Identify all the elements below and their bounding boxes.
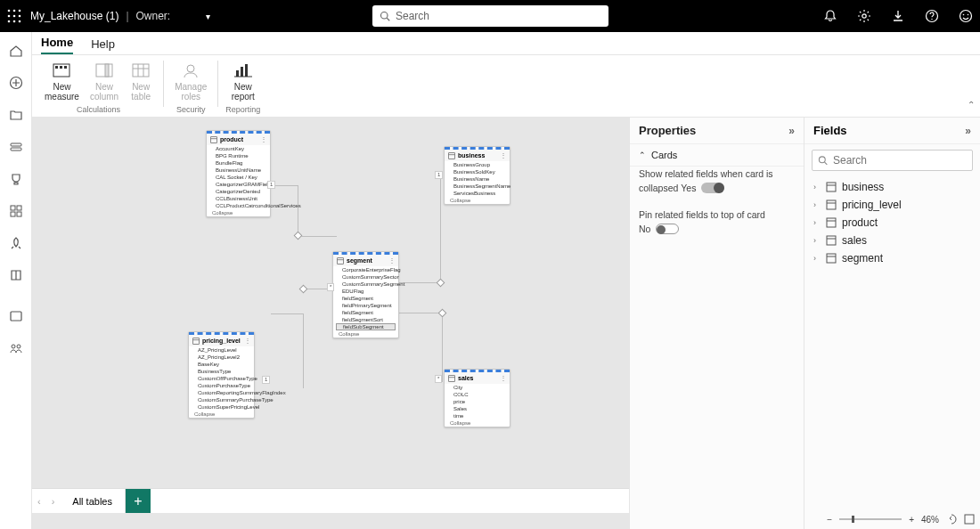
feedback-smiley-icon[interactable] xyxy=(959,9,973,23)
onelake-icon[interactable] xyxy=(8,139,24,155)
svg-rect-50 xyxy=(449,375,455,381)
svg-point-16 xyxy=(968,14,969,16)
card-collapse[interactable]: Collapse xyxy=(445,419,510,427)
add-tab-button[interactable]: + xyxy=(126,489,151,513)
svg-rect-18 xyxy=(11,143,21,146)
fields-search-input[interactable] xyxy=(833,154,967,167)
fields-title: Fields xyxy=(813,124,847,137)
svg-rect-62 xyxy=(827,254,836,263)
svg-point-6 xyxy=(8,20,11,23)
svg-rect-44 xyxy=(449,152,455,159)
workspace-title[interactable]: My_Lakehouse (1) xyxy=(30,10,118,22)
global-search[interactable]: Search xyxy=(372,5,608,27)
manage-roles-button[interactable]: Manage roles xyxy=(171,59,210,103)
zoom-out-button[interactable]: − xyxy=(827,515,832,525)
fields-item-segment[interactable]: ›segment xyxy=(804,249,980,267)
tab-nav-prev[interactable]: ‹ xyxy=(32,489,46,513)
settings-gear-icon[interactable] xyxy=(857,9,871,23)
fields-item-pricing-level[interactable]: ›pricing_level xyxy=(804,196,980,214)
properties-title: Properties xyxy=(639,124,696,137)
svg-rect-21 xyxy=(17,206,21,210)
table-card-sales[interactable]: sales⋮ City COLC price Sales time Collap… xyxy=(444,369,510,427)
card-collapse[interactable]: Collapse xyxy=(189,411,254,418)
properties-collapse-icon[interactable]: » xyxy=(788,125,795,137)
card-more-icon[interactable]: ⋮ xyxy=(244,337,250,345)
card-more-icon[interactable]: ⋮ xyxy=(500,151,506,159)
notifications-icon[interactable] xyxy=(823,9,837,23)
card-more-icon[interactable]: ⋮ xyxy=(500,374,506,382)
svg-rect-20 xyxy=(11,206,15,210)
svg-rect-46 xyxy=(338,257,344,264)
table-card-segment[interactable]: segment⋮ CorporateEnterpriseFlag CustomS… xyxy=(332,251,399,338)
show-related-toggle[interactable]: Yes xyxy=(681,183,724,193)
fields-collapse-icon[interactable]: » xyxy=(965,125,971,137)
svg-point-14 xyxy=(960,11,972,22)
table-icon xyxy=(448,375,455,382)
card-more-icon[interactable]: ⋮ xyxy=(388,256,395,264)
create-plus-icon[interactable] xyxy=(8,75,24,91)
apps-icon[interactable] xyxy=(8,203,24,219)
help-icon[interactable] xyxy=(925,9,939,23)
report-bars-icon xyxy=(232,61,255,80)
ribbon-collapse-icon[interactable]: ⌃ xyxy=(968,100,975,110)
fields-search[interactable] xyxy=(812,150,973,171)
owner-chevron-down-icon[interactable]: ▾ xyxy=(206,12,210,21)
fields-item-product[interactable]: ›product xyxy=(804,214,980,232)
zoom-in-button[interactable]: + xyxy=(909,515,914,525)
card-collapse[interactable]: Collapse xyxy=(333,330,398,338)
svg-rect-64 xyxy=(965,515,974,524)
card-more-icon[interactable]: ⋮ xyxy=(260,135,266,143)
new-report-button[interactable]: New report xyxy=(228,59,258,103)
ribbon-group-label-security: Security xyxy=(176,105,206,114)
table-card-pricing-level[interactable]: pricing_level⋮ AZ_PricingLevel AZ_Pricin… xyxy=(188,331,255,419)
svg-point-5 xyxy=(19,15,21,18)
download-icon[interactable] xyxy=(891,9,905,23)
metrics-trophy-icon[interactable] xyxy=(8,171,24,187)
workspaces-icon[interactable] xyxy=(8,308,24,324)
svg-point-3 xyxy=(8,15,11,18)
pin-related-row: Pin related fields to top of card No xyxy=(630,208,804,240)
model-canvas[interactable]: product⋮ AccountKey BPG Runtime BundleFl… xyxy=(32,118,629,529)
table-icon xyxy=(210,136,217,143)
tab-help[interactable]: Help xyxy=(91,34,115,54)
svg-rect-24 xyxy=(11,312,21,321)
table-card-business[interactable]: business⋮ BusinessGroup BusinessSoldKey … xyxy=(444,146,510,205)
app-topbar: My_Lakehouse (1) | Owner: ▾ Search xyxy=(0,0,980,32)
table-icon xyxy=(448,152,455,159)
fields-item-business[interactable]: ›business xyxy=(804,178,980,196)
svg-rect-31 xyxy=(96,64,112,77)
new-measure-button[interactable]: New measure xyxy=(41,59,83,103)
table-icon xyxy=(337,257,344,264)
card-collapse[interactable]: Collapse xyxy=(207,209,270,216)
svg-rect-58 xyxy=(827,218,836,227)
section-cards[interactable]: ⌃ Cards xyxy=(630,144,804,166)
browse-folder-icon[interactable] xyxy=(8,107,24,123)
svg-point-7 xyxy=(13,20,16,23)
table-card-product[interactable]: product⋮ AccountKey BPG Runtime BundleFl… xyxy=(206,130,271,217)
ribbon-tabs: Home Help xyxy=(32,32,980,55)
chevron-right-icon: › xyxy=(813,183,821,191)
fields-item-sales[interactable]: ›sales xyxy=(804,232,980,249)
pin-related-toggle[interactable]: No xyxy=(639,224,679,234)
tab-nav-next[interactable]: › xyxy=(46,489,61,513)
home-icon[interactable] xyxy=(8,43,24,59)
card-collapse[interactable]: Collapse xyxy=(445,197,510,204)
svg-rect-60 xyxy=(827,236,836,245)
people-icon[interactable] xyxy=(8,340,24,356)
svg-rect-42 xyxy=(211,136,217,142)
fullscreen-icon[interactable] xyxy=(964,514,975,525)
svg-line-10 xyxy=(387,18,389,20)
deploy-rocket-icon[interactable] xyxy=(8,235,24,251)
search-icon xyxy=(380,11,390,21)
zoom-slider[interactable] xyxy=(839,518,902,520)
tab-home[interactable]: Home xyxy=(41,32,73,54)
app-launcher-icon[interactable] xyxy=(7,9,21,23)
new-column-button[interactable]: New column xyxy=(86,59,122,103)
new-table-button[interactable]: New table xyxy=(126,59,156,103)
fit-to-page-icon[interactable] xyxy=(946,514,957,525)
tab-all-tables[interactable]: All tables xyxy=(60,489,126,513)
learn-book-icon[interactable] xyxy=(8,267,24,283)
chevron-up-icon: ⌃ xyxy=(639,151,646,159)
table-icon xyxy=(826,182,837,192)
svg-rect-54 xyxy=(827,183,836,191)
